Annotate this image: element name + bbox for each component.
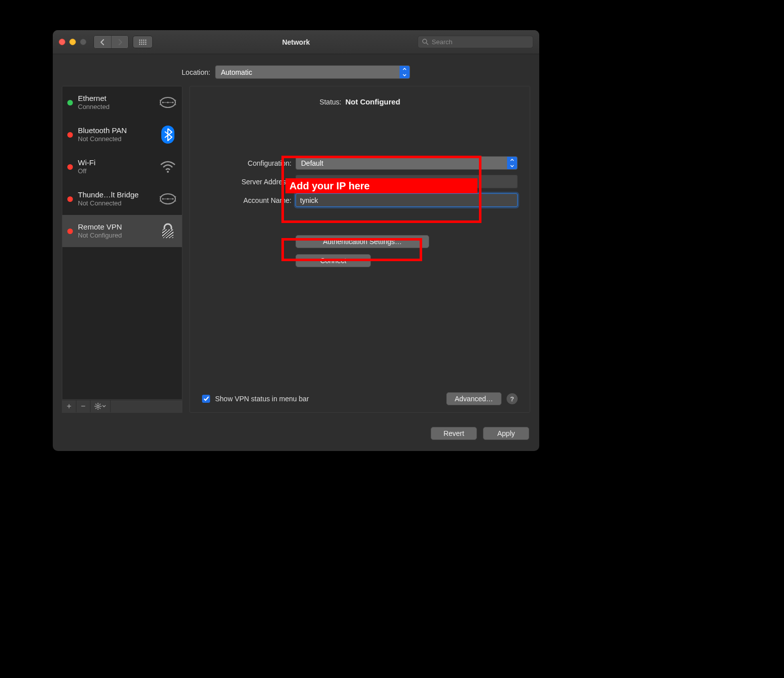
sidebar-item-wifi[interactable]: Wi-Fi Off (62, 151, 182, 183)
svg-point-1 (141, 39, 143, 41)
interface-list: Ethernet Connected Bluetooth PAN Not Con… (62, 86, 182, 400)
sidebar-item-name: Ethernet (78, 94, 154, 103)
search-input[interactable] (432, 38, 529, 46)
status-dot-icon (67, 164, 73, 170)
gear-icon (94, 403, 102, 410)
sidebar-footer: + − (62, 400, 182, 413)
annotation-ip-overlay: Add your IP here (285, 178, 477, 193)
svg-line-33 (95, 408, 96, 409)
ethernet-icon (159, 93, 177, 111)
status-label: Status: (320, 98, 342, 106)
svg-point-7 (145, 41, 147, 43)
sidebar-item-ethernet[interactable]: Ethernet Connected (62, 86, 182, 119)
configuration-select[interactable]: Default (296, 156, 518, 170)
forward-button[interactable] (111, 36, 128, 48)
panel-footer: Show VPN status in menu bar Advanced… ? (202, 387, 518, 405)
status-dot-icon (67, 132, 73, 138)
sidebar-item-status: Not Connected (78, 199, 154, 207)
connect-button-row: Connect (202, 254, 518, 267)
nav-segment (93, 35, 129, 49)
configuration-row: Configuration: Default (202, 156, 518, 170)
remove-interface-button[interactable]: − (76, 400, 90, 412)
check-icon (204, 396, 209, 401)
configuration-value: Default (301, 159, 323, 167)
sidebar-item-status: Off (78, 167, 154, 175)
svg-line-31 (100, 408, 101, 409)
account-name-field[interactable] (296, 193, 518, 207)
status-dot-icon (67, 196, 73, 202)
wifi-icon (159, 158, 177, 176)
network-preferences-window: Network Location: Automatic Ethernet (53, 30, 539, 451)
authentication-settings-button[interactable]: Authentication Settings… (296, 235, 429, 248)
status-row: Status: Not Configured (202, 97, 518, 106)
sidebar-item-name: Thunde…lt Bridge (78, 190, 154, 199)
sidebar-item-name: Bluetooth PAN (78, 126, 154, 135)
add-interface-button[interactable]: + (62, 400, 76, 412)
show-vpn-status-checkbox[interactable] (202, 395, 210, 403)
main-area: Ethernet Connected Bluetooth PAN Not Con… (53, 86, 539, 418)
sidebar-item-name: Wi-Fi (78, 158, 154, 167)
detail-panel: Status: Not Configured Configuration: De… (189, 86, 530, 413)
window-footer: Revert Apply (53, 418, 539, 451)
account-name-row: Account Name: (202, 193, 518, 207)
chevron-down-icon (102, 405, 106, 408)
svg-point-2 (143, 39, 145, 41)
svg-point-10 (143, 43, 145, 45)
minimize-window-button[interactable] (69, 39, 76, 45)
advanced-button[interactable]: Advanced… (446, 392, 502, 405)
svg-line-13 (426, 43, 428, 45)
auth-button-row: Authentication Settings… (202, 235, 518, 248)
svg-line-30 (95, 404, 96, 405)
sidebar-item-status: Not Configured (78, 232, 154, 240)
connect-button[interactable]: Connect (296, 254, 371, 267)
annotation-ip-text: Add your IP here (289, 180, 370, 192)
location-value: Automatic (221, 68, 252, 76)
show-all-button[interactable] (133, 36, 153, 48)
status-dot-icon (67, 229, 73, 234)
select-stepper-icon (507, 157, 517, 169)
svg-point-12 (423, 39, 427, 43)
location-label: Location: (182, 68, 211, 76)
svg-point-0 (139, 39, 141, 41)
svg-point-19 (167, 171, 169, 173)
search-field[interactable] (418, 36, 533, 48)
zoom-window-button[interactable] (80, 39, 86, 45)
sidebar-item-status: Connected (78, 103, 154, 111)
svg-point-3 (145, 39, 147, 41)
revert-button[interactable]: Revert (431, 427, 477, 440)
back-button[interactable] (94, 36, 111, 48)
select-stepper-icon (400, 66, 410, 78)
svg-point-4 (139, 41, 141, 43)
close-window-button[interactable] (59, 39, 65, 45)
sidebar-column: Ethernet Connected Bluetooth PAN Not Con… (62, 86, 182, 413)
interface-actions-button[interactable] (90, 400, 111, 412)
svg-point-25 (97, 405, 99, 407)
sidebar-item-name: Remote VPN (78, 222, 154, 232)
location-select[interactable]: Automatic (215, 65, 410, 79)
svg-line-32 (100, 404, 101, 405)
help-button[interactable]: ? (507, 393, 518, 404)
account-name-label: Account Name: (202, 196, 291, 204)
window-title: Network (282, 38, 310, 46)
location-row: Location: Automatic (53, 54, 539, 86)
show-vpn-status-label: Show VPN status in menu bar (215, 395, 309, 403)
svg-point-8 (139, 43, 141, 45)
configuration-label: Configuration: (202, 159, 291, 167)
status-dot-icon (67, 100, 73, 105)
server-address-label: Server Address: (202, 178, 291, 186)
svg-point-6 (143, 41, 145, 43)
ethernet-icon (159, 190, 177, 208)
svg-point-5 (141, 41, 143, 43)
titlebar: Network (53, 30, 539, 54)
svg-point-9 (141, 43, 143, 45)
apply-button[interactable]: Apply (483, 427, 529, 440)
sidebar-item-status: Not Connected (78, 135, 154, 143)
svg-point-11 (145, 43, 147, 45)
sidebar-item-bluetooth-pan[interactable]: Bluetooth PAN Not Connected (62, 119, 182, 151)
sidebar-item-thunderbolt-bridge[interactable]: Thunde…lt Bridge Not Connected (62, 183, 182, 215)
status-value: Not Configured (345, 97, 400, 106)
sidebar-item-remote-vpn[interactable]: Remote VPN Not Configured (62, 215, 182, 247)
window-controls (59, 39, 86, 45)
search-icon (422, 39, 429, 45)
lock-icon (159, 222, 177, 240)
